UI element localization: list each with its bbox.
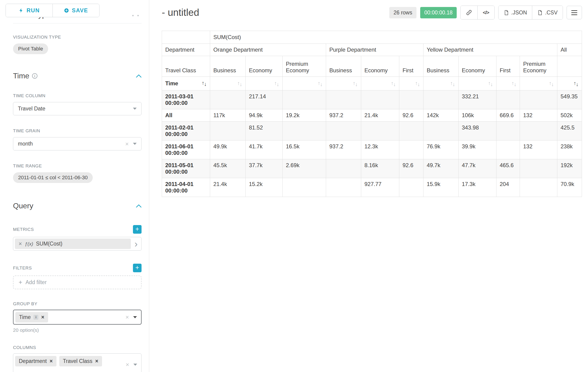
chevron-up-icon[interactable]: [136, 204, 142, 208]
value-cell: [210, 122, 246, 140]
run-button[interactable]: RUN: [6, 4, 52, 17]
department-group-header: Yellow Department: [423, 44, 557, 56]
clear-icon[interactable]: ×: [126, 314, 129, 320]
value-cell: [423, 122, 459, 140]
sort-icon[interactable]: ↑↓: [512, 81, 516, 86]
value-cell: 549.35: [557, 90, 582, 109]
sort-cell[interactable]: ↑↓: [423, 77, 459, 90]
sort-icon[interactable]: ↑↓: [274, 81, 279, 86]
time-section-header[interactable]: Time i: [13, 72, 142, 80]
sort-icon[interactable]: ↑↓: [318, 81, 323, 86]
time-range-value[interactable]: 2011-01-01 ≤ col < 2011-06-30: [13, 172, 93, 183]
sort-icon[interactable]: ↑↓: [450, 81, 455, 86]
sort-icon[interactable]: ↑↓: [574, 81, 578, 86]
class-header: First: [399, 56, 423, 77]
columns-select[interactable]: Department × Travel Class × ×: [13, 353, 142, 372]
value-cell: 217.14: [246, 90, 283, 109]
value-cell: 47.7k: [459, 159, 496, 178]
pivot-table: SUM(Cost)DepartmentOrange DepartmentPurp…: [162, 31, 582, 197]
sort-cell[interactable]: ↑↓: [361, 77, 399, 90]
time-column-select[interactable]: Travel Date: [13, 102, 142, 115]
sort-icon[interactable]: ↑↓: [488, 81, 493, 86]
copy-link-button[interactable]: [461, 6, 477, 19]
sort-cell[interactable]: ↑↓: [557, 77, 582, 90]
value-cell: [520, 178, 557, 197]
visualization-type-value[interactable]: Pivot Table: [13, 43, 48, 54]
sort-icon[interactable]: ↑↓: [549, 81, 554, 86]
value-cell: [210, 90, 246, 109]
export-json-button[interactable]: .JSON: [499, 6, 532, 19]
chevron-right-icon[interactable]: ›: [135, 241, 137, 247]
sort-cell[interactable]: ↑↓: [326, 77, 361, 90]
add-filter-button[interactable]: +: [133, 264, 142, 272]
chevron-down-icon: [133, 316, 137, 318]
save-button[interactable]: SAVE: [52, 4, 99, 17]
pivot-table-container: SUM(Cost)DepartmentOrange DepartmentPurp…: [162, 31, 582, 197]
columns-chip-label: Travel Class: [63, 358, 93, 364]
sort-cell[interactable]: ↑↓: [496, 77, 520, 90]
value-cell: 12.3k: [361, 140, 399, 159]
remove-chip-icon[interactable]: ×: [50, 358, 52, 364]
sort-icon[interactable]: ↑↓: [237, 81, 242, 86]
remove-chip-icon[interactable]: ×: [41, 314, 44, 320]
columns-chip[interactable]: Department ×: [15, 356, 56, 366]
columns-chip[interactable]: Travel Class ×: [59, 356, 102, 366]
visualization-type-label: VISUALIZATION TYPE: [13, 35, 142, 40]
chevron-down-icon: [133, 143, 137, 145]
sort-icon[interactable]: ↑↓: [415, 81, 420, 86]
value-cell: 332.21: [459, 90, 496, 109]
more-options-button[interactable]: [567, 6, 582, 19]
row-header: All: [162, 109, 210, 122]
export-csv-button[interactable]: .CSV: [532, 6, 563, 19]
table-row: 2011-04-01 00:00:0021.4k15.2k927.7715.9k…: [162, 178, 582, 197]
group-by-chip[interactable]: Time i ×: [15, 312, 48, 322]
query-section-header[interactable]: Query: [13, 202, 142, 210]
group-by-select[interactable]: Time i × ×: [13, 310, 142, 325]
class-header: Business: [326, 56, 361, 77]
remove-metric-icon[interactable]: ×: [19, 240, 22, 247]
group-by-label: GROUP BY: [13, 301, 142, 307]
code-icon: </>: [483, 10, 489, 15]
info-icon: i: [32, 73, 37, 79]
value-cell: [283, 90, 326, 109]
value-cell: 343.98: [459, 122, 496, 140]
clear-icon[interactable]: ×: [126, 361, 129, 368]
embed-code-button[interactable]: </>: [477, 6, 494, 19]
class-header: Economy: [361, 56, 399, 77]
add-filter-dropzone[interactable]: + Add filter: [13, 276, 142, 289]
column-dimension-label: Travel Class: [162, 56, 210, 77]
sort-icon[interactable]: ↑↓: [202, 81, 207, 86]
value-cell: 39.9k: [459, 140, 496, 159]
sort-cell[interactable]: ↑↓: [283, 77, 326, 90]
row-dimension-label: Time: [165, 80, 178, 87]
value-cell: [399, 178, 423, 197]
clear-icon[interactable]: ×: [125, 141, 129, 147]
add-metric-button[interactable]: +: [133, 225, 142, 234]
sort-icon[interactable]: ↑↓: [353, 81, 358, 86]
value-cell: 15.9k: [423, 178, 459, 197]
metric-chip[interactable]: × ƒ(x) SUM(Cost): [15, 239, 131, 249]
department-row: DepartmentOrange DepartmentPurple Depart…: [162, 44, 582, 56]
value-cell: [496, 122, 520, 140]
sort-cell[interactable]: ↑↓: [459, 77, 496, 90]
value-cell: 92.6: [399, 109, 423, 122]
time-grain-select[interactable]: month ×: [13, 137, 142, 150]
sort-icon[interactable]: ↑↓: [391, 81, 396, 86]
value-cell: 132: [520, 109, 557, 122]
save-label: SAVE: [72, 7, 88, 14]
sort-cell[interactable]: ↑↓: [520, 77, 557, 90]
time-section-title: Time: [13, 72, 29, 80]
sort-cell[interactable]: ↑↓: [399, 77, 423, 90]
sort-cell[interactable]: ↑↓: [246, 77, 283, 90]
time-grain-label: TIME GRAIN: [13, 128, 142, 133]
sort-cell[interactable]: ↑↓: [210, 77, 246, 90]
chevron-up-icon[interactable]: [136, 74, 142, 78]
time-header-cell[interactable]: Time↑↓: [162, 77, 210, 90]
value-cell: [361, 122, 399, 140]
value-cell: 41.7k: [246, 140, 283, 159]
chart-title[interactable]: - untitled: [162, 7, 199, 18]
value-cell: 49.7k: [423, 159, 459, 178]
metric-control[interactable]: × ƒ(x) SUM(Cost) ›: [13, 237, 142, 251]
remove-chip-icon[interactable]: ×: [95, 358, 98, 364]
value-cell: [423, 90, 459, 109]
